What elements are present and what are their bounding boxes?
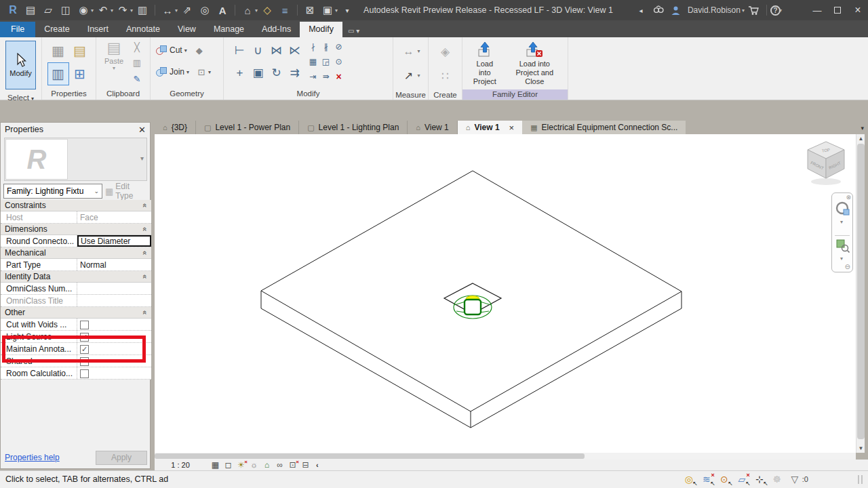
thin-lines-icon[interactable]: ≡ (277, 3, 292, 18)
mirror-axis-icon[interactable]: ⋉ (285, 39, 304, 62)
default-3d-view-caret-icon[interactable]: ▾ (255, 7, 258, 14)
select-underlay-icon[interactable]: ≋×↖ (698, 472, 715, 486)
checkbox-unchecked[interactable] (80, 357, 89, 366)
measure-caret-icon[interactable]: ▾ (175, 7, 178, 14)
sync-caret-icon[interactable]: ▾ (91, 7, 94, 14)
type-selector[interactable]: R ▾ (4, 138, 147, 181)
copy-element-icon[interactable]: ▣ (249, 62, 267, 84)
control-bar-collapse-icon[interactable]: ‹ (316, 461, 319, 469)
sun-path-icon[interactable]: ☀× (235, 460, 247, 470)
collapse-chevron-icon[interactable]: « (141, 274, 149, 279)
view-tab-electrical-equipment-connection-sc-[interactable]: ▦Electrical Equipment Connection Sc... (522, 121, 686, 134)
cope-icon[interactable]: ∪ (249, 39, 267, 62)
edit-type-button[interactable]: ▦ Edit Type (105, 184, 149, 199)
filter-icon[interactable]: ▽ (786, 472, 804, 486)
view-tab-level-1-power-plan[interactable]: ▢Level 1 - Power Plan (196, 121, 299, 134)
collapse-chevron-icon[interactable]: « (141, 251, 149, 255)
family-types-icon[interactable]: ▤ (69, 39, 91, 62)
view-tab--3d-[interactable]: ⌂{3D} (155, 121, 196, 134)
array-create-icon[interactable]: ∷ (441, 69, 449, 83)
view-tab-level-1-lighting-plan[interactable]: ▢Level 1 - Lighting Plan (299, 121, 408, 134)
load-into-project-button[interactable]: Load into Project (468, 40, 502, 87)
properties-palette-icon[interactable]: ▥ (47, 62, 69, 85)
checkbox-unchecked[interactable] (80, 321, 89, 329)
group-header-dimensions[interactable]: Dimensions« (1, 224, 151, 235)
checkbox-checked[interactable]: ✓ (80, 333, 89, 342)
load-into-project-and-close-button[interactable]: Load into Project and Close (507, 40, 562, 87)
paste-button[interactable]: ▤ Paste ▾ (99, 39, 129, 71)
open-file-icon[interactable]: ▱ (41, 3, 56, 18)
zoom-tool-icon[interactable] (836, 239, 850, 253)
collapse-chevron-icon[interactable]: « (141, 203, 149, 207)
aligned-dimension-icon[interactable]: ⇗ (180, 3, 195, 18)
close-view-icon[interactable]: × (509, 123, 515, 133)
select-by-face-icon[interactable]: ▱×↖ (733, 472, 751, 486)
view-tab-view-1[interactable]: ⌂View 1 (408, 121, 457, 134)
type-properties-icon[interactable]: ⊞ (69, 62, 91, 85)
mirror-pick-icon[interactable]: ⋈ (267, 39, 285, 62)
detail-level-icon[interactable]: ▦ (210, 460, 221, 470)
vertical-scrollbar[interactable]: ▲ ▼ (856, 134, 865, 453)
section-icon[interactable]: ◇ (260, 3, 275, 18)
offset-icon[interactable]: ⇉ (285, 62, 304, 84)
collapse-chevron-icon[interactable]: « (141, 310, 149, 314)
light-fixture[interactable] (444, 283, 501, 319)
group-header-mechanical[interactable]: Mechanical« (1, 247, 151, 259)
crop-visibility-icon[interactable]: ⊟ (300, 460, 311, 470)
select-links-icon[interactable]: ◎↖ (680, 472, 698, 486)
print-icon[interactable]: ▥ (135, 3, 150, 18)
resize-grip[interactable] (858, 475, 863, 484)
ribbon-tab-file[interactable]: File (0, 22, 35, 37)
align-icon[interactable]: ⊢ (231, 39, 249, 62)
viewcube[interactable]: TOP FRONT RIGHT (806, 140, 849, 187)
group-header-constraints[interactable]: Constraints« (1, 200, 151, 211)
view-scale-button[interactable]: 1 : 20 (164, 460, 197, 470)
navbar-minimize-icon[interactable]: ⊖ (845, 263, 850, 270)
ribbon-tab-add-ins[interactable]: Add-Ins (253, 22, 300, 37)
split-icon[interactable]: ∤ (307, 39, 319, 54)
maximize-button[interactable] (827, 0, 848, 20)
signed-in-user[interactable]: David.Robison (688, 5, 741, 15)
measure-icon[interactable]: ↔ (160, 3, 175, 18)
measure-button[interactable]: ↔▾ (401, 45, 420, 58)
ribbon-display-toggle-icon[interactable]: ▭ ▾ (348, 27, 359, 35)
shadows-icon[interactable]: ☼ (248, 460, 260, 470)
wheel-caret-icon[interactable]: ▾ (840, 219, 843, 225)
properties-close-icon[interactable]: ✕ (138, 125, 146, 135)
steering-wheel-icon[interactable] (835, 201, 850, 216)
join-geometry-button[interactable]: Join▾ ⊡ ▾ (156, 64, 211, 80)
drag-on-selection-icon[interactable]: ⊹↖ (751, 472, 768, 486)
unpin-icon[interactable]: ⊘ (332, 39, 345, 54)
horizontal-scroll-thumb[interactable] (155, 453, 585, 459)
view-tab-view-1[interactable]: ⌂View 1× (458, 121, 522, 134)
search-icon[interactable] (651, 3, 666, 18)
scale-icon[interactable]: ◲ (319, 54, 332, 69)
properties-help-link[interactable]: Properties help (5, 453, 60, 462)
trim-multi-icon[interactable]: ⇛ (319, 69, 332, 84)
redo-icon[interactable]: ↷ (115, 3, 130, 18)
user-menu-caret-icon[interactable]: ▾ (742, 7, 745, 14)
collapse-search-icon[interactable]: ◂ (633, 3, 648, 18)
copy-clipboard-icon[interactable]: ▥ (130, 56, 144, 70)
visual-style-icon[interactable]: ◻ (222, 460, 234, 470)
split-gap-icon[interactable]: ∦ (319, 39, 332, 54)
collapse-chevron-icon[interactable]: « (141, 227, 149, 231)
zoom-caret-icon[interactable]: ▾ (840, 256, 843, 262)
ribbon-tab-create[interactable]: Create (35, 22, 79, 37)
component-icon[interactable]: ◈ (441, 45, 450, 59)
vertical-scroll-thumb[interactable] (857, 144, 865, 439)
pin-icon[interactable]: ⊙ (332, 54, 345, 69)
checkbox-unchecked[interactable] (80, 369, 89, 378)
rotate-icon[interactable]: ↻ (267, 62, 285, 84)
spinner-icon[interactable]: ☸ (768, 472, 786, 486)
help-menu-caret-icon[interactable]: ▾ (779, 7, 782, 14)
modify-tool-button[interactable]: Modify (5, 41, 36, 89)
select-pinned-icon[interactable]: ⊙↖ (715, 472, 733, 486)
checkbox-checked[interactable]: ✓ (80, 345, 89, 354)
default-3d-view-icon[interactable]: ⌂ (240, 3, 255, 18)
undo-caret-icon[interactable]: ▾ (111, 7, 113, 14)
sync-icon[interactable]: ◉ (76, 3, 91, 18)
minimize-button[interactable]: ― (807, 0, 827, 20)
ribbon-tab-modify[interactable]: Modify (300, 22, 342, 37)
navbar-close-icon[interactable]: ⊗ (846, 194, 851, 201)
